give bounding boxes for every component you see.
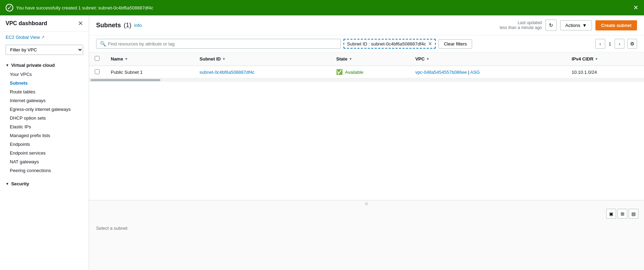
sidebar: VPC dashboard ✕ EC2 Global View ↗ Filter… <box>0 15 89 270</box>
vpc-sort-icon[interactable]: ▼ <box>426 57 429 61</box>
prev-page-button[interactable]: ‹ <box>595 39 605 49</box>
content-area: Subnets (1) Info Last updated less than … <box>89 15 644 270</box>
select-all-checkbox[interactable] <box>95 56 100 61</box>
filter-tag-close-button[interactable]: ✕ <box>428 41 432 47</box>
drag-icon: ≡ <box>365 201 368 207</box>
state-header-label: State <box>336 56 347 62</box>
egress-gateways-label: Egress-only internet gateways <box>10 107 71 112</box>
table-header: Name ▼ Subnet ID ▼ <box>89 52 644 66</box>
search-icon: 🔍 <box>100 41 106 47</box>
external-link-icon: ↗ <box>41 35 44 40</box>
panel-view-btn-3[interactable]: ▤ <box>629 209 638 219</box>
sidebar-item-endpoint-services[interactable]: Endpoint services <box>0 149 89 157</box>
main-area: VPC dashboard ✕ EC2 Global View ↗ Filter… <box>0 15 644 270</box>
vpc-filter-select[interactable]: Filter by VPC <box>6 45 83 55</box>
endpoint-services-label: Endpoint services <box>10 150 46 156</box>
row-checkbox[interactable] <box>95 69 100 74</box>
vpc-column-header: VPC ▼ <box>410 52 566 66</box>
sidebar-item-dhcp[interactable]: DHCP option sets <box>0 114 89 122</box>
panel-view-buttons: ▣ ⊞ ▤ <box>89 207 644 220</box>
dhcp-label: DHCP option sets <box>10 115 46 121</box>
vpc-section-label: Virtual private cloud <box>11 63 55 68</box>
row-name: Public Subnet 1 <box>111 70 143 75</box>
sidebar-filter: Filter by VPC <box>0 43 89 58</box>
ipv4-cidr-column-header: IPv4 CIDR ▼ <box>566 52 644 66</box>
success-message: You have successfully created 1 subnet: … <box>16 5 153 10</box>
ipv4-sort-icon[interactable]: ▼ <box>595 57 598 61</box>
sidebar-item-elastic-ips[interactable]: Elastic IPs <box>0 122 89 131</box>
sidebar-item-nat-gateways[interactable]: NAT gateways <box>0 157 89 166</box>
vpc-section-header[interactable]: ▼ Virtual private cloud <box>0 61 89 70</box>
state-sort-icon[interactable]: ▼ <box>349 57 352 61</box>
create-subnet-button[interactable]: Create subnet <box>595 20 637 30</box>
name-sort-icon[interactable]: ▼ <box>124 57 128 61</box>
search-input[interactable] <box>108 41 337 47</box>
toolbar: 🔍 Subnet ID : subnet-0c4bf6a508887df4c ✕… <box>89 35 644 52</box>
status-available: ✅ Available <box>336 69 404 75</box>
panel-view-btn-2[interactable]: ⊞ <box>617 209 627 219</box>
sidebar-item-endpoints[interactable]: Endpoints <box>0 140 89 149</box>
actions-button[interactable]: Actions ▼ <box>560 20 592 30</box>
panel-drag-handle[interactable]: ≡ <box>89 200 644 207</box>
panel-view-icon-2: ⊞ <box>621 211 624 216</box>
info-link[interactable]: Info <box>134 23 142 28</box>
subnet-id-sort-icon[interactable]: ▼ <box>222 57 226 61</box>
route-tables-label: Route tables <box>10 89 35 94</box>
panel-view-btn-1[interactable]: ▣ <box>606 209 616 219</box>
panel-content: Select a subnet <box>89 220 644 236</box>
scrollbar-thumb[interactable] <box>91 79 160 81</box>
bottom-panel: ≡ ▣ ⊞ ▤ Select a subnet <box>89 200 644 270</box>
horizontal-scrollbar[interactable] <box>89 78 644 82</box>
row-subnet-id-cell: subnet-0c4bf6a508887df4c <box>194 66 331 78</box>
success-banner: ✓ You have successfully created 1 subnet… <box>0 0 644 15</box>
sidebar-title: VPC dashboard <box>6 20 47 27</box>
security-section-label: Security <box>11 181 29 186</box>
content-title-row: Subnets (1) Info <box>96 22 142 29</box>
your-vpcs-label: Your VPCs <box>10 72 32 77</box>
sidebar-item-subnets[interactable]: Subnets <box>0 79 89 87</box>
sidebar-item-your-vpcs[interactable]: Your VPCs <box>0 70 89 79</box>
subnet-count: (1) <box>124 22 131 29</box>
sidebar-item-egress-gateways[interactable]: Egress-only internet gateways <box>0 105 89 114</box>
available-icon: ✅ <box>336 69 343 75</box>
row-vpc-asg-link[interactable]: ASG <box>470 70 480 75</box>
filter-tag-text: Subnet ID : subnet-0c4bf6a508887df4c <box>347 41 426 47</box>
row-vpc-id-link[interactable]: vpc-048a5454557b086ee <box>415 70 466 75</box>
security-section: ▼ Security <box>0 177 89 191</box>
last-updated-value: less than a minute ago <box>500 25 542 30</box>
panel-view-icon-3: ▤ <box>631 211 636 216</box>
panel-view-icon-1: ▣ <box>609 211 613 216</box>
refresh-button[interactable]: ↻ <box>545 20 557 31</box>
clear-filters-button[interactable]: Clear filters <box>439 39 472 49</box>
chevron-down-icon: ▼ <box>6 63 9 67</box>
sidebar-item-peering-connections[interactable]: Peering connections <box>0 166 89 175</box>
table-container: Name ▼ Subnet ID ▼ <box>89 52 644 200</box>
sidebar-close-button[interactable]: ✕ <box>78 20 83 27</box>
virtual-private-cloud-section: ▼ Virtual private cloud Your VPCs Subnet… <box>0 58 89 177</box>
column-settings-button[interactable]: ⚙ <box>627 39 637 49</box>
name-column-header: Name ▼ <box>105 52 194 66</box>
select-prompt: Select a subnet <box>96 226 128 231</box>
sidebar-item-internet-gateways[interactable]: Internet gateways <box>0 96 89 105</box>
sidebar-item-route-tables[interactable]: Route tables <box>0 87 89 96</box>
success-icon: ✓ <box>6 4 13 12</box>
row-vpc-cell: vpc-048a5454557b086ee | ASG <box>410 66 566 78</box>
state-column-header: State ▼ <box>331 52 410 66</box>
row-ipv4-cidr-cell: 10.10.1.0/24 <box>566 66 644 78</box>
refresh-icon: ↻ <box>549 22 553 28</box>
row-subnet-id-link[interactable]: subnet-0c4bf6a508887df4c <box>200 70 255 75</box>
last-updated-info: Last updated less than a minute ago <box>500 20 542 30</box>
state-value: Available <box>345 70 363 75</box>
app-container: ✓ You have successfully created 1 subnet… <box>0 0 644 270</box>
security-section-header[interactable]: ▼ Security <box>0 179 89 189</box>
sidebar-ec2-link[interactable]: EC2 Global View ↗ <box>0 32 89 43</box>
filter-tag: Subnet ID : subnet-0c4bf6a508887df4c ✕ <box>343 39 436 49</box>
banner-close-button[interactable]: ✕ <box>633 5 638 11</box>
sidebar-item-managed-prefix-lists[interactable]: Managed prefix lists <box>0 131 89 140</box>
elastic-ips-label: Elastic IPs <box>10 124 31 129</box>
subnets-table: Name ▼ Subnet ID ▼ <box>89 52 644 78</box>
settings-icon: ⚙ <box>630 41 635 47</box>
subnets-label: Subnets <box>10 80 28 86</box>
actions-label: Actions <box>565 23 580 28</box>
next-page-button[interactable]: › <box>615 39 624 49</box>
